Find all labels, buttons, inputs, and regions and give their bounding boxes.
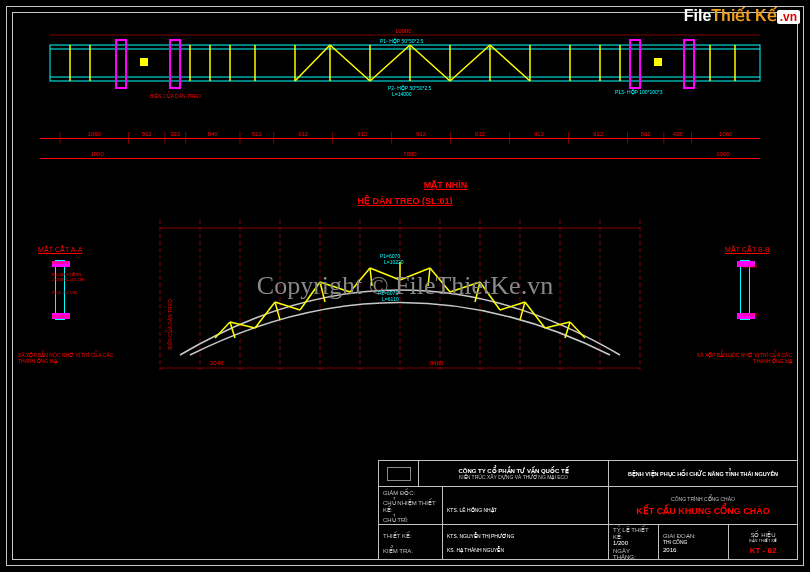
- svg-line-28: [330, 45, 370, 81]
- svg-text:562: 562: [142, 131, 153, 137]
- svg-line-90: [320, 282, 350, 292]
- arch-view: P1=6070 L=10220 P2=6070 L=6110 2040 8460…: [30, 220, 780, 390]
- dim-row-bot: 106078801060: [30, 148, 770, 168]
- svg-text:BIÊN CỦA DÀN TREO: BIÊN CỦA DÀN TREO: [165, 299, 173, 350]
- dim-row-mid: 1060562322840522912912912912912912562428…: [30, 128, 770, 148]
- svg-line-97: [500, 302, 525, 310]
- svg-text:BIÊN CỦA DÀN TREO: BIÊN CỦA DÀN TREO: [150, 91, 201, 99]
- svg-text:P13- HỘP 100*100*3: P13- HỘP 100*100*3: [615, 89, 663, 95]
- top-truss-svg: 10000 P1- HỘP 50*50*2.5 P2- HỘP 50*50*2.…: [30, 30, 780, 120]
- svg-line-106: [428, 268, 430, 286]
- svg-text:1060: 1060: [88, 131, 102, 137]
- svg-text:912: 912: [475, 131, 486, 137]
- svg-text:10000: 10000: [395, 28, 412, 34]
- svg-text:P1- HỘP 50*50*2.5: P1- HỘP 50*50*2.5: [380, 38, 424, 44]
- svg-line-30: [410, 45, 450, 81]
- svg-text:912: 912: [593, 131, 604, 137]
- title-block: CÔNG TY CỔ PHẦN TƯ VẤN QUỐC TẾ KIẾN TRÚC…: [378, 460, 798, 560]
- top-elevation-view: 10000 P1- HỘP 50*50*2.5 P2- HỘP 50*50*2.…: [30, 30, 780, 120]
- svg-text:1060: 1060: [716, 151, 730, 157]
- svg-text:L=14000: L=14000: [392, 91, 412, 97]
- drawing-canvas: FileThiết Kế.vn Copyright © FileThietKe.…: [0, 0, 810, 572]
- svg-text:8460: 8460: [430, 360, 444, 366]
- arch-svg: P1=6070 L=10220 P2=6070 L=6110 2040 8460…: [30, 220, 780, 390]
- watermark-logo: FileThiết Kế.vn: [684, 6, 800, 25]
- company-logo: [387, 467, 411, 481]
- svg-line-27: [295, 45, 330, 81]
- svg-text:912: 912: [357, 131, 368, 137]
- svg-text:912: 912: [416, 131, 427, 137]
- svg-line-89: [300, 282, 320, 310]
- svg-text:840: 840: [208, 131, 219, 137]
- title-hedan: HỆ DÀN TREO (SL:01): [357, 196, 452, 206]
- svg-text:1060: 1060: [90, 151, 104, 157]
- title-matnhin: MẶT NHÌN: [424, 180, 468, 190]
- svg-text:912: 912: [298, 131, 309, 137]
- svg-line-104: [370, 268, 372, 286]
- svg-text:322: 322: [170, 131, 181, 137]
- svg-line-32: [490, 45, 530, 81]
- svg-line-95: [450, 282, 480, 292]
- svg-line-29: [370, 45, 410, 81]
- svg-text:L=10220: L=10220: [384, 259, 404, 265]
- svg-text:562: 562: [641, 131, 652, 137]
- svg-line-96: [480, 282, 500, 310]
- svg-line-93: [400, 268, 430, 280]
- svg-text:428: 428: [673, 131, 684, 137]
- svg-rect-7: [140, 58, 148, 66]
- svg-line-88: [275, 302, 300, 310]
- svg-text:7880: 7880: [403, 151, 417, 157]
- svg-text:2040: 2040: [210, 360, 224, 366]
- svg-text:1060: 1060: [719, 131, 733, 137]
- svg-line-31: [450, 45, 490, 81]
- svg-text:522: 522: [252, 131, 263, 137]
- svg-rect-8: [654, 58, 662, 66]
- svg-line-92: [370, 268, 400, 280]
- svg-text:912: 912: [534, 131, 545, 137]
- svg-text:L=6110: L=6110: [382, 296, 399, 302]
